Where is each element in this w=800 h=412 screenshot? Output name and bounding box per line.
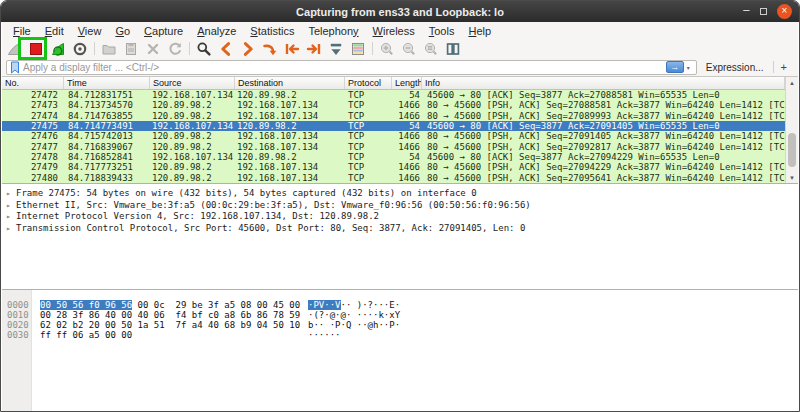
- hex-ascii: ·(?·@·@· ····k·xY: [308, 310, 400, 320]
- cell-src: 120.89.98.2: [150, 173, 235, 183]
- packet-list-scrollbar[interactable]: ▲ ▼: [785, 77, 798, 183]
- restart-capture-icon[interactable]: [47, 40, 69, 58]
- detail-tree-row[interactable]: ▸Ethernet II, Src: Vmware_be:3f:a5 (00:0…: [2, 200, 798, 212]
- close-icon[interactable]: ×: [777, 4, 792, 19]
- zoom-in-icon: [376, 40, 398, 58]
- hex-row[interactable]: 001000 28 3f 86 40 00 40 06 f4 bf c0 a8 …: [2, 310, 798, 320]
- cell-info: 45600 → 80 [ACK] Seq=3877 Ack=27094229 W…: [422, 152, 785, 162]
- add-filter-button[interactable]: +: [774, 61, 794, 73]
- hex-ascii: ·PV··V·· )·?···E·: [308, 300, 400, 310]
- menu-edit[interactable]: Edit: [38, 24, 71, 38]
- cell-no: 27476: [2, 131, 64, 141]
- filter-dropdown-icon[interactable]: ▾: [684, 64, 693, 71]
- hex-row[interactable]: 002062 02 b2 20 00 50 1a 51 7f a4 40 68 …: [2, 320, 798, 330]
- cell-proto: TCP: [345, 90, 392, 100]
- colorize-icon[interactable]: [347, 40, 369, 58]
- cell-src: 192.168.107.134: [150, 90, 235, 100]
- hex-offset: 0000: [2, 300, 32, 310]
- detail-tree-row[interactable]: ▸Frame 27475: 54 bytes on wire (432 bits…: [2, 188, 798, 200]
- hex-bytes: 00 28 3f 86 40 00 40 06 f4 bf c0 a8 6b 8…: [32, 310, 308, 320]
- resize-columns-icon[interactable]: [442, 40, 464, 58]
- packet-row[interactable]: 2747784.716839067120.89.98.2192.168.107.…: [2, 142, 785, 152]
- menu-wireless[interactable]: Wireless: [366, 24, 422, 38]
- cell-info: 45600 → 80 [ACK] Seq=3877 Ack=27091405 W…: [422, 121, 785, 131]
- menu-capture[interactable]: Capture: [137, 24, 190, 38]
- column-header-info[interactable]: Info: [422, 77, 785, 89]
- scrollbar-thumb[interactable]: [788, 133, 796, 167]
- column-header-source[interactable]: Source: [150, 77, 235, 89]
- menu-analyze[interactable]: Analyze: [190, 24, 243, 38]
- scroll-up-icon[interactable]: ▲: [786, 77, 798, 88]
- packet-row[interactable]: 2747284.712831751192.168.107.134120.89.9…: [2, 90, 785, 100]
- menu-view[interactable]: View: [71, 24, 109, 38]
- next-packet-icon[interactable]: [237, 40, 259, 58]
- cell-time: 84.715742013: [64, 131, 150, 141]
- toolbar-separator: [189, 42, 190, 55]
- packet-row[interactable]: 2747484.714763855120.89.98.2192.168.107.…: [2, 111, 785, 121]
- cell-dst: 192.168.107.134: [235, 142, 345, 152]
- packet-row[interactable]: 2747884.716852841192.168.107.134120.89.9…: [2, 152, 785, 162]
- menu-go[interactable]: Go: [108, 24, 137, 38]
- close-file-icon: [142, 40, 164, 58]
- auto-scroll-icon[interactable]: [325, 40, 347, 58]
- previous-packet-icon[interactable]: [215, 40, 237, 58]
- column-header-destination[interactable]: Destination: [235, 77, 345, 89]
- zoom-100-icon: [420, 40, 442, 58]
- first-packet-icon[interactable]: [281, 40, 303, 58]
- minimize-icon[interactable]: −: [742, 8, 750, 16]
- expander-triangle-icon[interactable]: ▸: [6, 223, 16, 235]
- column-header-time[interactable]: Time: [64, 77, 150, 89]
- detail-tree-row[interactable]: ▸Transmission Control Protocol, Src Port…: [2, 223, 798, 235]
- column-header-length[interactable]: Length: [392, 77, 422, 89]
- cell-info: 80 → 45600 [PSH, ACK] Seq=27094229 Ack=3…: [422, 162, 785, 172]
- menu-tools[interactable]: Tools: [422, 24, 462, 38]
- menu-file[interactable]: File: [6, 24, 38, 38]
- expression-button[interactable]: Expression...: [697, 62, 773, 73]
- menu-help[interactable]: Help: [461, 24, 498, 38]
- expander-triangle-icon[interactable]: ▸: [6, 200, 16, 212]
- last-packet-icon[interactable]: [303, 40, 325, 58]
- cell-no: 27477: [2, 142, 64, 152]
- cell-time: 84.714763855: [64, 111, 150, 121]
- cell-dst: 192.168.107.134: [235, 111, 345, 121]
- display-filter-input[interactable]: [20, 61, 666, 73]
- stop-capture-icon[interactable]: [25, 40, 47, 58]
- apply-filter-button[interactable]: →: [666, 61, 684, 73]
- packet-row[interactable]: 2747984.717773251120.89.98.2192.168.107.…: [2, 162, 785, 172]
- title-bar: Capturing from ens33 and Loopback: lo − …: [1, 1, 799, 22]
- packet-list: 2747284.712831751192.168.107.134120.89.9…: [2, 90, 785, 183]
- packet-row[interactable]: 2748084.718839433120.89.98.2192.168.107.…: [2, 173, 785, 183]
- expander-triangle-icon[interactable]: ▸: [6, 211, 16, 223]
- filter-bookmark-icon[interactable]: [10, 61, 20, 74]
- packet-row[interactable]: 2747684.715742013120.89.98.2192.168.107.…: [2, 131, 785, 141]
- cell-info: 80 → 45600 [PSH, ACK] Seq=27088581 Ack=3…: [422, 100, 785, 110]
- capture-options-icon[interactable]: [69, 40, 91, 58]
- cell-no: 27475: [2, 121, 64, 131]
- find-packet-icon[interactable]: [193, 40, 215, 58]
- go-to-packet-icon[interactable]: [259, 40, 281, 58]
- hex-row[interactable]: 0030ff ff 06 a5 00 00······: [2, 330, 798, 340]
- cell-len: 1466: [392, 142, 422, 152]
- menu-statistics[interactable]: Statistics: [243, 24, 301, 38]
- cell-proto: TCP: [345, 131, 392, 141]
- cell-no: 27473: [2, 100, 64, 110]
- cell-dst: 192.168.107.134: [235, 162, 345, 172]
- wireshark-window: Capturing from ens33 and Loopback: lo − …: [0, 0, 800, 412]
- cell-no: 27474: [2, 111, 64, 121]
- cell-len: 54: [392, 121, 422, 131]
- cell-len: 1466: [392, 111, 422, 121]
- detail-tree-row[interactable]: ▸Internet Protocol Version 4, Src: 192.1…: [2, 211, 798, 223]
- cell-no: 27480: [2, 173, 64, 183]
- menu-telephony[interactable]: Telephony: [301, 24, 365, 38]
- cell-time: 84.716839067: [64, 142, 150, 152]
- column-header-no[interactable]: No.: [2, 77, 64, 89]
- hex-row[interactable]: 000000 50 56 f0 96 56 00 0c 29 be 3f a5 …: [2, 300, 798, 310]
- save-file-icon: [120, 40, 142, 58]
- packet-row[interactable]: 2747384.713734570120.89.98.2192.168.107.…: [2, 100, 785, 110]
- column-header-protocol[interactable]: Protocol: [345, 77, 392, 89]
- expander-triangle-icon[interactable]: ▸: [6, 188, 16, 200]
- maximize-icon[interactable]: [760, 8, 767, 15]
- packet-row-selected[interactable]: 2747584.714773491192.168.107.134120.89.9…: [2, 121, 785, 131]
- hex-offset: 0010: [2, 310, 32, 320]
- scroll-down-icon[interactable]: ▼: [786, 172, 798, 183]
